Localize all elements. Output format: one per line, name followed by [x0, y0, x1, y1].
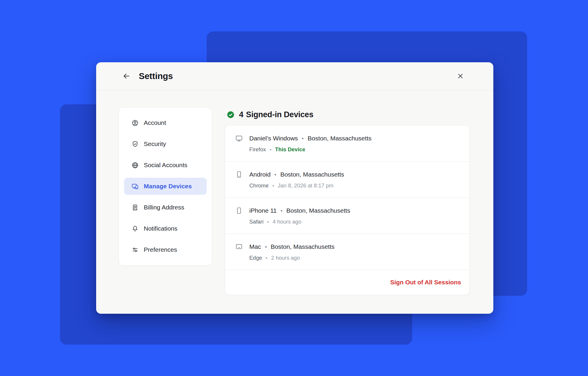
dot-separator	[281, 210, 282, 212]
dot-separator	[270, 149, 271, 150]
device-location: Boston, Massachusetts	[308, 134, 371, 142]
sidebar-item-notifications[interactable]: Notifications	[124, 220, 207, 237]
mobile-icon	[235, 207, 243, 214]
settings-modal: Settings Account Security Social Account…	[96, 62, 493, 314]
receipt-icon	[131, 204, 139, 211]
device-list-card: Daniel’s Windows Boston, Massachusetts F…	[225, 125, 470, 295]
sidebar-item-account[interactable]: Account	[124, 114, 207, 131]
sidebar-item-label: Security	[144, 140, 166, 147]
settings-sidebar: Account Security Social Accounts Manage …	[118, 107, 212, 266]
page-title: Settings	[139, 71, 173, 81]
heading-label: Signed-in Devices	[246, 110, 313, 119]
smartphone-icon	[235, 171, 243, 178]
device-name: Android	[249, 170, 270, 179]
sidebar-item-label: Account	[144, 119, 166, 126]
close-icon	[457, 72, 464, 80]
dot-separator	[266, 257, 267, 259]
sidebar-item-preferences[interactable]: Preferences	[124, 241, 207, 258]
sidebar-item-manage-devices[interactable]: Manage Devices	[124, 178, 207, 195]
device-count: 4	[239, 110, 243, 119]
device-name: Daniel’s Windows	[249, 134, 298, 142]
session-timestamp: 4 hours ago	[273, 218, 301, 225]
monitor-icon	[235, 243, 243, 251]
device-name: iPhone 11	[249, 207, 277, 215]
modal-header: Settings	[96, 62, 493, 90]
sidebar-item-billing-address[interactable]: Billing Address	[124, 199, 207, 216]
dot-separator	[267, 221, 269, 223]
device-card-footer: Sign Out of All Sessions	[225, 270, 469, 295]
device-row-android: Android Boston, Massachusetts Chrome Jan…	[225, 161, 469, 197]
device-location: Boston, Massachusetts	[286, 207, 350, 215]
dot-separator	[265, 246, 267, 248]
sidebar-item-social-accounts[interactable]: Social Accounts	[124, 157, 207, 174]
this-device-badge: This Device	[275, 146, 305, 153]
device-browser: Safari	[249, 218, 263, 225]
sidebar-item-label: Preferences	[144, 246, 177, 253]
dot-separator	[302, 138, 303, 139]
session-timestamp: Jan 8, 2026 at 8:17 pm	[278, 182, 333, 189]
sidebar-item-label: Billing Address	[144, 204, 184, 211]
sign-out-all-sessions-button[interactable]: Sign Out of All Sessions	[390, 279, 461, 286]
device-location: Boston, Massachusetts	[271, 243, 335, 251]
device-browser: Firefox	[249, 146, 266, 153]
user-circle-icon	[131, 119, 139, 127]
close-button[interactable]	[455, 71, 466, 81]
heading-text: 4Signed-in Devices	[239, 110, 313, 119]
device-row-mac: Mac Boston, Massachusetts Edge 2 hours a…	[225, 234, 469, 270]
arrow-left-icon	[122, 72, 131, 80]
dot-separator	[273, 185, 274, 187]
sidebar-item-label: Notifications	[144, 225, 177, 232]
dot-separator	[275, 174, 276, 175]
desktop-icon	[235, 135, 243, 142]
device-row-iphone-11: iPhone 11 Boston, Massachusetts Safari 4…	[225, 197, 469, 234]
shield-check-icon	[131, 140, 139, 148]
check-circle-icon	[227, 111, 234, 118]
device-location: Boston, Massachusetts	[280, 170, 344, 179]
globe-icon	[131, 162, 139, 169]
bell-icon	[131, 225, 139, 232]
sliders-icon	[131, 246, 139, 254]
device-browser: Chrome	[249, 182, 269, 189]
signed-in-devices-heading: 4Signed-in Devices	[227, 110, 313, 120]
sidebar-item-label: Social Accounts	[144, 162, 187, 169]
sidebar-item-label: Manage Devices	[144, 183, 192, 190]
device-name: Mac	[249, 243, 261, 251]
back-button[interactable]	[121, 71, 131, 81]
session-timestamp: 2 hours ago	[271, 254, 300, 261]
sidebar-item-security[interactable]: Security	[124, 135, 207, 152]
devices-icon	[131, 183, 139, 190]
device-browser: Edge	[249, 254, 262, 261]
device-row-daniels-windows: Daniel’s Windows Boston, Massachusetts F…	[225, 125, 469, 161]
